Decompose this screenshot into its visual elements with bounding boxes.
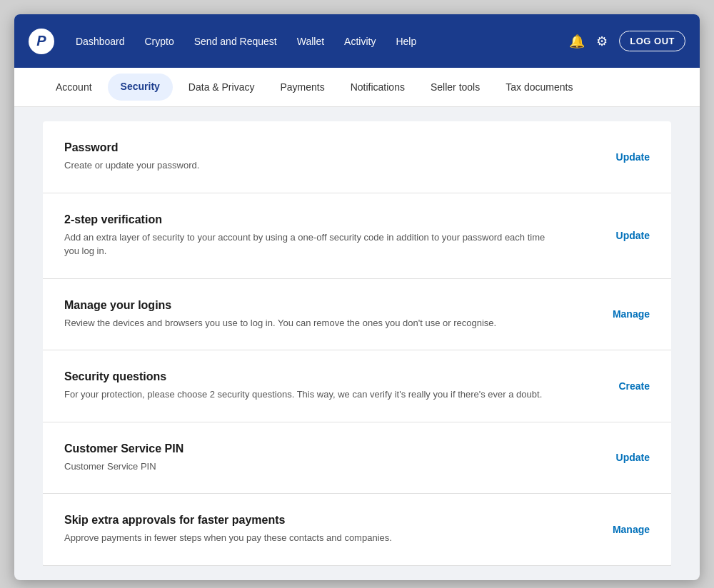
nav-activity[interactable]: Activity xyxy=(344,36,376,47)
password-info: Password Create or update your password. xyxy=(64,141,616,173)
nav-links: Dashboard Crypto Send and Request Wallet… xyxy=(76,36,569,47)
bell-icon[interactable]: 🔔 xyxy=(569,34,585,49)
nav-dashboard[interactable]: Dashboard xyxy=(76,36,125,47)
logo: P xyxy=(29,29,54,54)
skip-approvals-title: Skip extra approvals for faster payments xyxy=(64,514,591,527)
cs-pin-action: Update xyxy=(616,451,650,464)
cs-pin-info: Customer Service PIN Customer Service PI… xyxy=(64,442,616,474)
manage-logins-section: Manage your logins Review the devices an… xyxy=(43,279,671,351)
skip-approvals-desc: Approve payments in fewer steps when you… xyxy=(64,531,550,545)
skip-approvals-action: Manage xyxy=(613,523,650,536)
nav-send-request[interactable]: Send and Request xyxy=(194,36,277,47)
security-questions-create-link[interactable]: Create xyxy=(618,380,650,392)
nav-help[interactable]: Help xyxy=(396,36,416,47)
manage-logins-action: Manage xyxy=(613,308,650,320)
tab-payments[interactable]: Payments xyxy=(267,69,337,107)
logout-button[interactable]: LOG OUT xyxy=(619,31,685,51)
nav-right: 🔔 ⚙ LOG OUT xyxy=(569,31,685,51)
two-step-update-link[interactable]: Update xyxy=(616,230,650,241)
two-step-desc: Add an extra layer of security to your a… xyxy=(64,230,550,258)
main-content: Password Create or update your password.… xyxy=(43,121,671,566)
password-title: Password xyxy=(64,141,595,154)
cs-pin-title: Customer Service PIN xyxy=(64,442,595,455)
cs-pin-section: Customer Service PIN Customer Service PI… xyxy=(43,422,671,495)
manage-logins-title: Manage your logins xyxy=(64,299,591,312)
two-step-action: Update xyxy=(616,229,650,242)
password-desc: Create or update your password. xyxy=(64,158,550,173)
tab-notifications[interactable]: Notifications xyxy=(338,69,418,107)
password-action: Update xyxy=(616,151,650,163)
tabs-bar: Account Security Data & Privacy Payments… xyxy=(14,68,700,107)
security-questions-action: Create xyxy=(618,380,650,392)
manage-logins-desc: Review the devices and browsers you use … xyxy=(64,316,550,330)
nav-crypto[interactable]: Crypto xyxy=(145,36,174,47)
top-nav: P Dashboard Crypto Send and Request Wall… xyxy=(14,14,700,68)
security-questions-section: Security questions For your protection, … xyxy=(43,350,671,422)
password-update-link[interactable]: Update xyxy=(616,151,650,163)
password-section: Password Create or update your password.… xyxy=(43,121,671,193)
two-step-section: 2-step verification Add an extra layer o… xyxy=(43,193,671,279)
two-step-info: 2-step verification Add an extra layer o… xyxy=(64,213,616,258)
manage-logins-link[interactable]: Manage xyxy=(613,308,650,320)
tab-security[interactable]: Security xyxy=(108,74,173,101)
security-questions-info: Security questions For your protection, … xyxy=(64,370,618,402)
nav-wallet[interactable]: Wallet xyxy=(297,36,324,47)
logo-icon: P xyxy=(36,33,46,49)
two-step-title: 2-step verification xyxy=(64,213,595,226)
security-questions-desc: For your protection, please choose 2 sec… xyxy=(64,387,550,402)
app-window: P Dashboard Crypto Send and Request Wall… xyxy=(14,14,700,580)
tab-seller-tools[interactable]: Seller tools xyxy=(418,69,493,107)
cs-pin-desc: Customer Service PIN xyxy=(64,460,550,474)
security-questions-title: Security questions xyxy=(64,370,597,383)
tab-tax-documents[interactable]: Tax documents xyxy=(493,69,585,107)
skip-approvals-info: Skip extra approvals for faster payments… xyxy=(64,514,613,545)
tab-account[interactable]: Account xyxy=(43,69,105,107)
manage-logins-info: Manage your logins Review the devices an… xyxy=(64,299,613,330)
gear-icon[interactable]: ⚙ xyxy=(596,34,608,49)
skip-approvals-manage-link[interactable]: Manage xyxy=(613,524,650,535)
tab-data-privacy[interactable]: Data & Privacy xyxy=(176,69,268,107)
skip-approvals-section: Skip extra approvals for faster payments… xyxy=(43,494,671,566)
cs-pin-update-link[interactable]: Update xyxy=(616,452,650,463)
